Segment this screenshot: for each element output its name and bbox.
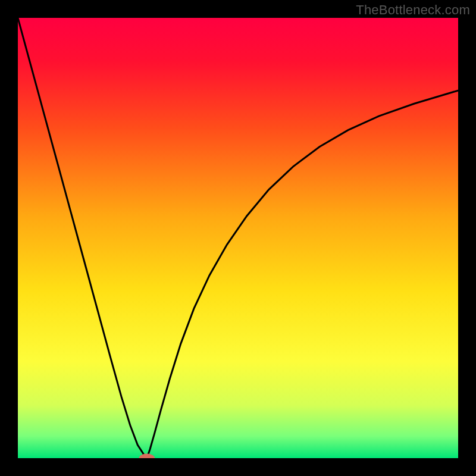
plot-area (18, 18, 458, 458)
watermark-text: TheBottleneck.com (356, 2, 470, 18)
bottleneck-chart (18, 18, 458, 458)
chart-frame: TheBottleneck.com (0, 0, 476, 476)
gradient-background (18, 18, 458, 458)
